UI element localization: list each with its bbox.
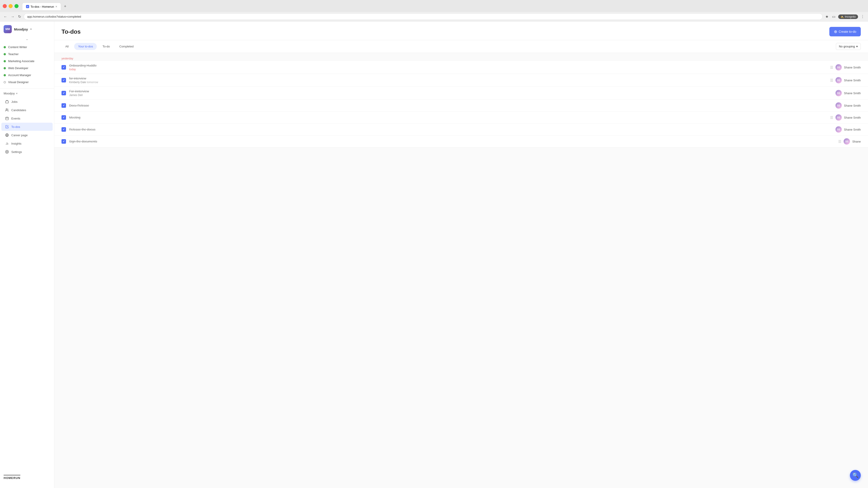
sidebar-item-content-writer[interactable]: Content Writer — [0, 43, 54, 51]
incognito-badge: 🕵 Incognito — [838, 14, 858, 19]
create-btn-label: Create to-do — [839, 30, 856, 33]
job-label: Visual Designer — [8, 80, 29, 84]
todo-content: Release the docus — [69, 128, 832, 131]
document-icon: ☰ — [830, 65, 833, 70]
window-controls: × – ⬜ — [3, 4, 19, 8]
todo-checkbox[interactable]: ✓ — [61, 139, 66, 144]
job-label: Account Manager — [8, 73, 31, 77]
tab-close-button[interactable]: × — [55, 5, 57, 8]
jobs-section: Content Writer Teacher Marketing Associa… — [0, 43, 54, 87]
todo-content: Docu Release — [69, 104, 832, 107]
checklist-icon — [5, 125, 9, 129]
todo-item[interactable]: ✓ Onboarding Huddle today ☰ SS Shane Smi… — [54, 61, 868, 74]
tab-bar: H To-dos - Homerun × + — [20, 2, 70, 10]
back-button[interactable]: ← — [3, 14, 8, 20]
new-tab-button[interactable]: + — [62, 3, 68, 10]
sidebar-item-insights[interactable]: Insights — [1, 139, 53, 148]
address-input[interactable] — [24, 13, 823, 20]
assignee-avatar: SS — [835, 126, 842, 133]
main-content: To-dos ⊕ Create to-do All Your to-dos To… — [54, 22, 868, 488]
checkmark-icon: ✓ — [63, 104, 65, 107]
calendar-icon — [5, 116, 9, 121]
nav-item-label: To-dos — [11, 125, 20, 129]
sidebar-item-jobs[interactable]: Jobs — [1, 98, 53, 106]
sidebar-item-web-developer[interactable]: Web Developer — [0, 65, 54, 72]
browser-actions: ★ ▭ 🕵 Incognito ⋮ — [825, 13, 865, 20]
todo-checkbox[interactable]: ✓ — [61, 65, 66, 70]
org-avatar: MM — [4, 25, 12, 33]
todo-content: Meeting — [69, 116, 827, 119]
sidebar-item-visual-designer[interactable]: Visual Designer — [0, 78, 54, 86]
filter-your-todos-button[interactable]: Your to-dos — [74, 43, 97, 50]
chevron-down-icon: ▾ — [30, 28, 32, 31]
todo-checkbox[interactable]: ✓ — [61, 78, 66, 83]
org-switcher[interactable]: MM Moodjoy ▾ — [0, 22, 54, 37]
todo-sub: Kimberly Dale tomorrow — [69, 80, 827, 84]
incognito-label: Incognito — [845, 15, 856, 18]
org-name: Moodjoy — [14, 27, 28, 31]
todo-date: today — [69, 68, 76, 71]
todo-list: yesterday ✓ Onboarding Huddle today ☰ SS… — [54, 53, 868, 488]
minimize-window-button[interactable]: – — [8, 4, 13, 8]
homerun-logo: HOMERUN — [4, 475, 20, 480]
assignee-avatar: SS — [835, 114, 842, 121]
main-header: To-dos ⊕ Create to-do — [54, 22, 868, 40]
todo-item[interactable]: ✓ Meeting ☰ SS Shane Smith — [54, 111, 868, 124]
sidebar-item-todos[interactable]: To-dos — [1, 123, 53, 131]
sidebar-item-candidates[interactable]: Candidates — [1, 106, 53, 114]
todo-title: Release the docus — [69, 128, 832, 131]
grouping-dropdown[interactable]: No grouping ▾ — [836, 43, 861, 50]
svg-rect-0 — [5, 101, 8, 103]
checkmark-icon: ✓ — [63, 92, 65, 95]
sidebar-item-career-page[interactable]: Career page — [1, 131, 53, 139]
sidebar-item-events[interactable]: Events — [1, 114, 53, 123]
candidate-name: Kimberly Dale — [69, 80, 86, 84]
todo-date: tomorrow — [87, 80, 98, 84]
create-todo-button[interactable]: ⊕ Create to-do — [829, 27, 861, 36]
todo-checkbox[interactable]: ✓ — [61, 91, 66, 95]
menu-button[interactable]: ⋮ — [860, 13, 865, 20]
todo-checkbox[interactable]: ✓ — [61, 103, 66, 108]
browser-tab[interactable]: H To-dos - Homerun × — [22, 3, 61, 10]
todo-item[interactable]: ✓ Docu Release SS Shane Smith — [54, 100, 868, 111]
svg-point-11 — [6, 151, 7, 152]
sidebar-item-marketing-associate[interactable]: Marketing Associate — [0, 58, 54, 65]
sidebar-item-teacher[interactable]: Teacher — [0, 51, 54, 58]
search-fab[interactable]: 🔍 — [850, 470, 861, 481]
forward-button[interactable]: → — [10, 14, 16, 20]
todo-title: For innterview — [69, 90, 832, 93]
maximize-window-button[interactable]: ⬜ — [14, 4, 19, 8]
todo-item[interactable]: ✓ For innterview James Deil SS Shane Smi… — [54, 87, 868, 100]
todo-checkbox[interactable]: ✓ — [61, 127, 66, 132]
inactive-dot-icon — [4, 81, 6, 84]
document-icon: ☰ — [830, 116, 833, 120]
chevron-down-icon: ▾ — [856, 45, 858, 48]
filter-completed-button[interactable]: Completed — [116, 43, 137, 50]
grouping-label: No grouping — [839, 45, 855, 48]
checkmark-icon: ✓ — [63, 128, 65, 131]
scroll-up-indicator: − — [0, 37, 54, 43]
todo-item[interactable]: ✓ Release the docus SS Shane Smith — [54, 124, 868, 135]
nav-item-label: Jobs — [11, 100, 18, 103]
todo-item[interactable]: ✓ for interview Kimberly Dale tomorrow ☰… — [54, 74, 868, 87]
moodjoy-label-text: Moodjoy — [4, 92, 15, 95]
assignee-name: Shane Smith — [844, 128, 861, 131]
bookmark-button[interactable]: ★ — [825, 13, 829, 20]
checkmark-icon: ✓ — [63, 78, 65, 82]
sidebar-item-settings[interactable]: Settings — [1, 148, 53, 156]
filter-todo-button[interactable]: To-do — [98, 43, 114, 50]
close-window-button[interactable]: × — [3, 4, 7, 8]
document-icon: ☰ — [830, 78, 833, 83]
split-view-button[interactable]: ▭ — [831, 13, 836, 20]
chevron-down-icon: ▾ — [16, 92, 18, 95]
todo-title: for interview — [69, 76, 827, 80]
incognito-icon: 🕵 — [840, 15, 844, 18]
reload-button[interactable]: ↻ — [17, 13, 22, 20]
todo-checkbox[interactable]: ✓ — [61, 115, 66, 120]
assignee-avatar: SS — [835, 90, 842, 96]
filter-all-button[interactable]: All — [61, 43, 72, 50]
todo-right: ☰ SS Shane Smith — [830, 114, 861, 121]
todo-item[interactable]: ✓ Sign the documents ☰ SS Shane — [54, 135, 868, 148]
sidebar-item-account-manager[interactable]: Account Manager — [0, 72, 54, 78]
svg-point-1 — [6, 109, 7, 110]
